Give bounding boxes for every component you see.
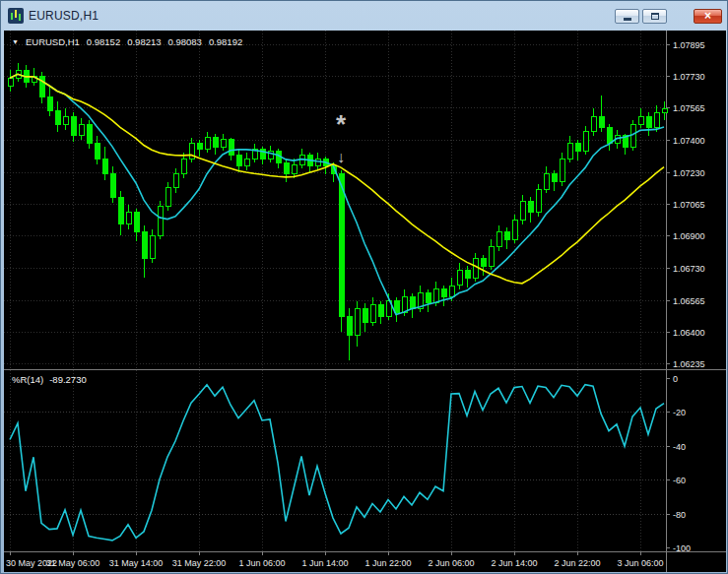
minimize-icon — [624, 18, 631, 21]
candle — [126, 213, 131, 224]
candle — [599, 116, 604, 128]
candle — [552, 174, 557, 182]
ohlc-header: ▼ EURUSD,H1 0.98152 0.98213 0.98083 0.98… — [12, 36, 242, 47]
main-chart-panel[interactable]: 1.078951.077301.075651.074001.072301.070… — [4, 31, 726, 369]
candle — [158, 207, 163, 235]
candle — [607, 128, 612, 144]
price-axis-label: 1.06235 — [673, 359, 705, 369]
time-axis-label: 2 Jun 06:00 — [428, 558, 474, 568]
candle — [520, 201, 525, 221]
candle — [410, 297, 415, 309]
candle — [591, 116, 596, 132]
candle — [55, 110, 60, 124]
candle — [583, 132, 588, 152]
candle — [528, 201, 533, 213]
candle — [662, 108, 667, 112]
time-axis-label: 1 Jun 14:00 — [301, 558, 348, 568]
time-axis-label: 3 Jun 06:00 — [617, 558, 663, 568]
app-icon — [8, 8, 24, 24]
candle — [71, 116, 76, 136]
candle — [567, 144, 572, 159]
indicator-axis-label: -60 — [673, 476, 686, 485]
indicator-axis-label: -80 — [673, 510, 686, 520]
ohlc-low: 0.98083 — [168, 36, 202, 47]
time-axis[interactable]: 30 May 202231 May 06:0031 May 14:0031 Ma… — [4, 552, 726, 572]
candle — [465, 270, 470, 278]
ohlc-open: 0.98152 — [87, 36, 120, 47]
candle — [181, 159, 186, 174]
price-axis-label: 1.07065 — [673, 200, 705, 210]
price-axis-label: 1.06900 — [673, 231, 705, 241]
candle — [8, 78, 13, 86]
candle — [284, 162, 289, 174]
price-axis-label: 1.06565 — [673, 296, 705, 306]
price-axis-label: 1.06400 — [673, 328, 705, 338]
candle — [110, 174, 115, 197]
candle — [473, 259, 478, 279]
candle — [244, 159, 249, 166]
candle — [504, 231, 509, 239]
price-axis-label: 1.07565 — [673, 103, 705, 113]
candle — [47, 97, 52, 111]
candle — [173, 174, 178, 188]
candle — [402, 297, 407, 313]
price-axis-label: 1.07730 — [673, 72, 705, 82]
time-axis-label: 31 May 22:00 — [172, 558, 227, 568]
indicator-background — [4, 370, 726, 551]
candle — [370, 305, 375, 323]
candle — [87, 124, 92, 144]
candle — [433, 289, 438, 303]
indicator-name-label: %R(14) — [12, 374, 43, 385]
ohlc-close: 0.98192 — [209, 36, 242, 47]
chart-annotation-marker[interactable]: * — [336, 109, 347, 139]
indicator-axis-label: 0 — [673, 374, 678, 384]
maximize-button[interactable] — [642, 9, 667, 24]
indicator-header: %R(14) -89.2730 — [12, 374, 87, 385]
candle — [236, 155, 241, 166]
candle — [315, 159, 320, 166]
close-button[interactable]: × — [694, 9, 722, 24]
candle — [79, 124, 84, 136]
candle — [355, 308, 360, 335]
candle — [165, 187, 170, 207]
time-axis-label: 2 Jun 14:00 — [491, 558, 537, 568]
candle — [560, 159, 564, 181]
candle — [150, 235, 155, 258]
candle — [292, 164, 297, 174]
time-axis-label: 1 Jun 06:00 — [238, 558, 285, 568]
candlestick-plot[interactable]: 1.078951.077301.075651.074001.072301.070… — [4, 31, 726, 369]
minimize-button[interactable] — [615, 9, 639, 24]
candle — [205, 138, 210, 150]
candle — [197, 144, 202, 150]
time-axis-label: 31 May 06:00 — [46, 558, 100, 568]
price-axis-label: 1.06730 — [673, 264, 705, 274]
candle — [646, 116, 651, 128]
price-axis-label: 1.07230 — [673, 168, 705, 178]
candle — [347, 316, 352, 336]
candle — [496, 231, 501, 247]
indicator-axis-label: -20 — [673, 408, 686, 417]
indicator-axis-label: -100 — [673, 543, 691, 552]
indicator-panel[interactable]: 0-20-40-60-80-100 %R(14) -89.2730 — [4, 370, 726, 551]
mt4-chart-window: EURUSD,H1 × 1.078951.077301.075651.07400… — [0, 0, 728, 574]
candle — [638, 116, 643, 124]
candle — [118, 197, 123, 223]
candle — [654, 112, 659, 128]
symbol-period-label: EURUSD,H1 — [26, 36, 80, 47]
candle — [229, 140, 233, 156]
candle — [457, 270, 462, 286]
maximize-icon — [651, 13, 659, 20]
candle — [426, 293, 430, 303]
titlebar[interactable]: EURUSD,H1 × — [2, 2, 726, 30]
window-title: EURUSD,H1 — [29, 9, 99, 23]
williams-percent-r-plot[interactable]: 0-20-40-60-80-100 — [4, 370, 726, 551]
one-click-trading-arrow-icon[interactable]: ▼ — [12, 38, 19, 45]
candle — [378, 305, 383, 317]
time-axis-label: 1 Jun 22:00 — [364, 558, 411, 568]
candle — [102, 159, 107, 174]
price-axis-label: 1.07895 — [673, 40, 705, 50]
candle — [544, 174, 549, 190]
candle — [441, 289, 446, 297]
chart-annotation-marker[interactable]: ↓ — [337, 149, 345, 165]
candle — [142, 231, 147, 258]
